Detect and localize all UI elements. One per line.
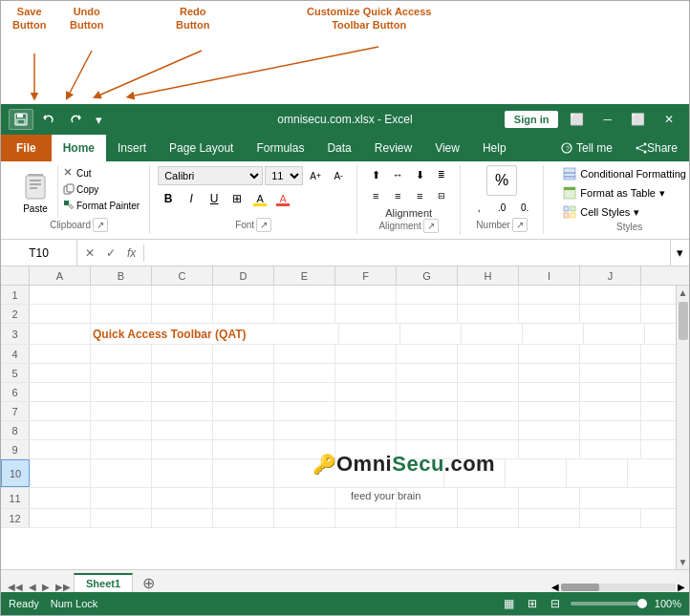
align-right-button[interactable]: ≡ (409, 186, 430, 205)
sheet-nav-last-button[interactable]: ▶▶ (53, 582, 74, 592)
increase-decimal-button[interactable]: .0 (491, 199, 512, 216)
insert-menu[interactable]: Insert (106, 135, 158, 161)
copy-button[interactable]: Copy (59, 181, 143, 197)
cell-f2[interactable] (335, 305, 397, 323)
cell-h1[interactable] (458, 286, 519, 304)
cut-button[interactable]: Cut (59, 165, 143, 181)
percent-button[interactable]: % (486, 165, 517, 196)
confirm-formula-button[interactable]: ✓ (102, 244, 119, 262)
home-menu[interactable]: Home (52, 135, 106, 161)
decrease-font-button[interactable]: A- (328, 165, 349, 186)
cell-e3[interactable] (339, 324, 400, 344)
zoom-slider[interactable] (571, 602, 647, 605)
scroll-thumb[interactable] (679, 302, 688, 340)
increase-font-button[interactable]: A+ (305, 165, 326, 186)
font-family-select[interactable]: Calibri (158, 166, 263, 185)
font-expand-button[interactable]: ↗ (256, 218, 271, 232)
cell-j1[interactable] (580, 286, 641, 304)
cell-e1[interactable] (274, 286, 335, 304)
cell-c2[interactable] (152, 305, 213, 323)
cell-a1[interactable] (30, 286, 91, 304)
font-color-button[interactable]: A (272, 188, 293, 209)
signin-button[interactable]: Sign in (505, 111, 559, 128)
fill-color-button[interactable]: A (249, 188, 270, 209)
cell-j2[interactable] (580, 305, 641, 323)
cell-b3-qat-label[interactable]: Quick Access Toolbar (QAT) (91, 324, 339, 344)
data-menu[interactable]: Data (315, 135, 362, 161)
format-as-table-button[interactable]: Format as Table ▾ (559, 184, 690, 202)
cell-i1[interactable] (519, 286, 580, 304)
save-button[interactable] (9, 109, 33, 130)
close-button[interactable]: ✕ (657, 109, 681, 130)
cell-a3[interactable] (30, 324, 91, 344)
normal-view-button[interactable]: ▦ (501, 597, 517, 610)
customize-qat-button[interactable]: ▾ (91, 110, 107, 130)
cell-h2[interactable] (458, 305, 519, 323)
cell-g1[interactable] (397, 286, 458, 304)
number-expand-button[interactable]: ↗ (512, 218, 528, 232)
review-menu[interactable]: Review (363, 135, 423, 161)
share-button[interactable]: Share (624, 141, 689, 155)
cell-i2[interactable] (519, 305, 580, 323)
clipboard-expand-button[interactable]: ↗ (93, 218, 108, 232)
formula-input[interactable] (144, 240, 670, 266)
cell-b2[interactable] (91, 305, 152, 323)
redo-button[interactable] (64, 110, 87, 129)
cell-e2[interactable] (274, 305, 335, 323)
insert-function-button[interactable]: fx (123, 244, 140, 262)
cell-a4[interactable] (30, 345, 91, 363)
conditional-formatting-button[interactable]: Conditional Formatting ▾ (559, 165, 690, 182)
underline-button[interactable]: U (204, 188, 225, 209)
cell-f1[interactable] (335, 286, 397, 304)
bold-button[interactable]: B (158, 188, 179, 209)
paste-button[interactable]: Paste (14, 165, 56, 218)
scroll-up-button[interactable]: ▲ (677, 286, 689, 300)
cell-c1[interactable] (152, 286, 213, 304)
maximize-button[interactable]: ⬜ (623, 109, 653, 130)
cell-h3[interactable] (523, 324, 584, 344)
horizontal-scroll-thumb[interactable] (561, 584, 599, 591)
merge-cells-button[interactable]: ⊟ (431, 186, 452, 205)
align-left-button[interactable]: ≡ (365, 186, 386, 205)
align-middle-button[interactable]: ↔ (387, 165, 408, 184)
cancel-formula-button[interactable]: ✕ (81, 244, 98, 262)
cell-reference-input[interactable] (1, 240, 77, 266)
cell-a2[interactable] (30, 305, 91, 323)
align-top-button[interactable]: ⬆ (365, 165, 386, 184)
alignment-expand-button[interactable]: ↗ (423, 219, 439, 233)
minimize-button[interactable]: ─ (595, 109, 619, 130)
format-painter-button[interactable]: Format Painter (59, 198, 143, 213)
horizontal-scroll-left-button[interactable]: ◀ (551, 582, 559, 592)
cell-d1[interactable] (213, 286, 274, 304)
page-layout-view-button[interactable]: ⊞ (525, 597, 540, 610)
scroll-down-button[interactable]: ▼ (677, 555, 689, 569)
align-center-button[interactable]: ≡ (387, 186, 408, 205)
undo-button[interactable] (37, 110, 60, 129)
file-menu[interactable]: File (1, 135, 52, 161)
page-break-view-button[interactable]: ⊟ (548, 597, 563, 610)
sheet-nav-prev-button[interactable]: ◀ (26, 582, 39, 592)
font-size-select[interactable]: 11 (265, 166, 303, 185)
cell-d2[interactable] (213, 305, 274, 323)
cell-f3[interactable] (400, 324, 462, 344)
formula-dropdown-button[interactable]: ▾ (670, 240, 689, 266)
cell-g3[interactable] (462, 324, 523, 344)
view-menu[interactable]: View (423, 135, 471, 161)
align-bottom-button[interactable]: ⬇ (409, 165, 430, 184)
horizontal-scroll-right-button[interactable]: ▶ (678, 582, 685, 592)
cell-b1[interactable] (91, 286, 152, 304)
border-button[interactable]: ⊞ (226, 188, 248, 209)
decrease-decimal-button[interactable]: 0. (514, 199, 535, 216)
help-menu[interactable]: Help (471, 135, 518, 161)
box-restore-button[interactable]: ⬜ (562, 109, 592, 130)
sheet-tab-sheet1[interactable]: Sheet1 (74, 573, 133, 592)
formulas-menu[interactable]: Formulas (245, 135, 315, 161)
italic-button[interactable]: I (181, 188, 202, 209)
comma-button[interactable]: , (468, 199, 489, 216)
sheet-nav-first-button[interactable]: ◀◀ (5, 582, 26, 592)
sheet-nav-next-button[interactable]: ▶ (39, 582, 53, 592)
add-sheet-button[interactable]: ⊕ (137, 574, 161, 592)
page-layout-menu[interactable]: Page Layout (158, 135, 245, 161)
vertical-scrollbar[interactable]: ▲ ▼ (676, 286, 689, 569)
cell-styles-button[interactable]: Cell Styles ▾ (559, 203, 690, 221)
